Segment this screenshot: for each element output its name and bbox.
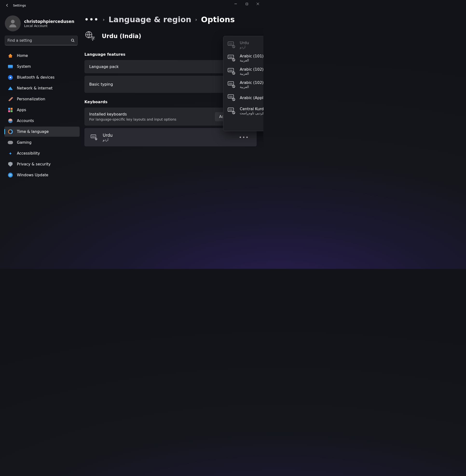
nav-label: Windows Update bbox=[17, 173, 48, 177]
profile[interactable]: christophpiercedusen Local Account bbox=[4, 15, 80, 31]
keyboard-icon bbox=[90, 134, 97, 141]
add-keyboard-popup: Urduاردو Arabic (101)العربية Arabic (102… bbox=[223, 36, 263, 131]
popup-item-native: اردو bbox=[240, 45, 249, 49]
nav-gaming[interactable]: Gaming bbox=[4, 138, 80, 148]
breadcrumb: ••• › Language & region › Options bbox=[84, 15, 257, 24]
keyboard-native: اردو bbox=[103, 138, 113, 141]
installed-keyboards-sub: For language-specific key layouts and in… bbox=[89, 117, 176, 121]
gamepad-icon bbox=[8, 140, 13, 145]
popup-item-native: العربية bbox=[240, 72, 263, 75]
popup-item-name: Arabic (101) bbox=[240, 54, 263, 58]
nav-label: Bluetooth & devices bbox=[17, 75, 55, 80]
breadcrumb-link-language-region[interactable]: Language & region bbox=[108, 15, 191, 24]
titlebar: Settings bbox=[0, 0, 263, 11]
popup-item-name: Urdu bbox=[240, 41, 249, 45]
keyboard-icon bbox=[227, 54, 235, 62]
nav-label: Network & internet bbox=[17, 86, 53, 90]
back-button[interactable] bbox=[5, 3, 10, 8]
svg-rect-15 bbox=[228, 94, 233, 98]
nav-label: Time & language bbox=[17, 129, 49, 134]
avatar bbox=[5, 15, 21, 31]
nav-label: Gaming bbox=[17, 140, 32, 145]
system-icon bbox=[8, 64, 13, 69]
apps-icon bbox=[8, 107, 13, 113]
popup-item-name: Arabic (Apple) - Parallels bbox=[240, 95, 263, 100]
svg-rect-11 bbox=[228, 68, 233, 72]
nav-label: Accessibility bbox=[17, 151, 40, 156]
popup-item-arabic-101[interactable]: Arabic (101)العربية bbox=[224, 51, 263, 65]
popup-item-name: Arabic (102) AZERTY bbox=[240, 80, 263, 85]
popup-item-name: Arabic (102) bbox=[240, 67, 263, 72]
keyboard-icon bbox=[227, 107, 235, 115]
popup-item-central-kurdish[interactable]: Central Kurdishکردیی ناوەڕاست bbox=[224, 104, 263, 117]
update-icon: ⟳ bbox=[8, 172, 13, 178]
svg-rect-13 bbox=[228, 81, 233, 85]
nav: Home System ∗Bluetooth & devices Network… bbox=[4, 51, 80, 180]
nav-label: Home bbox=[17, 54, 28, 58]
nav-home[interactable]: Home bbox=[4, 51, 80, 61]
nav-network[interactable]: Network & internet bbox=[4, 83, 80, 93]
chevron-right-icon: › bbox=[103, 17, 105, 23]
popup-item-arabic-102-azerty[interactable]: Arabic (102) AZERTYالعربية bbox=[224, 78, 263, 91]
installed-keyboards-title: Installed keyboards bbox=[89, 112, 176, 116]
card-label: Language pack bbox=[89, 64, 119, 69]
nav-label: System bbox=[17, 64, 31, 69]
search-box[interactable] bbox=[5, 36, 78, 45]
keyboard-icon bbox=[227, 81, 235, 89]
main-content: ••• › Language & region › Options 字 Urdu… bbox=[82, 11, 263, 269]
language-title: Urdu (India) bbox=[102, 33, 141, 40]
popup-item-native: کردیی ناوەڕاست bbox=[240, 111, 263, 115]
minimize-button[interactable] bbox=[230, 0, 241, 8]
breadcrumb-overflow[interactable]: ••• bbox=[84, 16, 99, 24]
popup-item-arabic-102[interactable]: Arabic (102)العربية bbox=[224, 65, 263, 78]
nav-update[interactable]: ⟳Windows Update bbox=[4, 170, 80, 180]
svg-rect-9 bbox=[228, 55, 233, 58]
window-controls bbox=[230, 0, 263, 8]
nav-accessibility[interactable]: ✦Accessibility bbox=[4, 148, 80, 158]
card-label: Basic typing bbox=[89, 82, 113, 87]
person-icon bbox=[8, 118, 13, 123]
svg-rect-7 bbox=[228, 42, 233, 45]
nav-personalization[interactable]: Personalization bbox=[4, 94, 80, 104]
nav-label: Accounts bbox=[17, 119, 34, 123]
wifi-icon bbox=[8, 86, 13, 91]
keyboard-icon bbox=[227, 67, 235, 75]
nav-time-language[interactable]: Time & language bbox=[4, 127, 80, 137]
nav-apps[interactable]: Apps bbox=[4, 105, 80, 115]
popup-item-native: العربية bbox=[240, 58, 263, 62]
window-title: Settings bbox=[13, 4, 26, 7]
keyboard-icon bbox=[227, 93, 235, 102]
chevron-right-icon: › bbox=[195, 17, 197, 23]
svg-rect-0 bbox=[246, 3, 248, 5]
accessibility-icon: ✦ bbox=[8, 151, 13, 156]
home-icon bbox=[8, 53, 13, 58]
sidebar: christophpiercedusen Local Account Home … bbox=[0, 11, 82, 269]
svg-rect-5 bbox=[91, 135, 96, 138]
svg-text:字: 字 bbox=[91, 36, 95, 41]
nav-bluetooth[interactable]: ∗Bluetooth & devices bbox=[4, 72, 80, 82]
keyboard-icon bbox=[227, 41, 235, 49]
keyboard-more-button[interactable]: ••• bbox=[237, 133, 251, 141]
popup-item-arabic-apple-parallels[interactable]: Arabic (Apple) - Parallels bbox=[224, 91, 263, 104]
globe-clock-icon bbox=[8, 129, 13, 134]
brush-icon bbox=[8, 96, 13, 102]
search-input[interactable] bbox=[8, 38, 71, 43]
close-button[interactable] bbox=[252, 0, 263, 8]
nav-privacy[interactable]: Privacy & security bbox=[4, 159, 80, 169]
nav-label: Privacy & security bbox=[17, 162, 51, 166]
svg-point-1 bbox=[11, 20, 14, 23]
maximize-button[interactable] bbox=[241, 0, 252, 8]
language-globe-icon: 字 bbox=[84, 30, 96, 42]
shield-icon bbox=[8, 162, 13, 167]
profile-name: christophpiercedusen bbox=[24, 19, 74, 24]
search-icon bbox=[71, 38, 75, 43]
nav-label: Personalization bbox=[17, 97, 45, 101]
profile-sub: Local Account bbox=[24, 24, 74, 28]
svg-point-2 bbox=[71, 39, 74, 41]
popup-item-urdu: Urduاردو bbox=[224, 38, 263, 51]
keyboard-name: Urdu bbox=[103, 133, 113, 138]
nav-label: Apps bbox=[17, 108, 26, 112]
nav-accounts[interactable]: Accounts bbox=[4, 116, 80, 126]
popup-item-name: Central Kurdish bbox=[240, 107, 263, 111]
nav-system[interactable]: System bbox=[4, 61, 80, 72]
